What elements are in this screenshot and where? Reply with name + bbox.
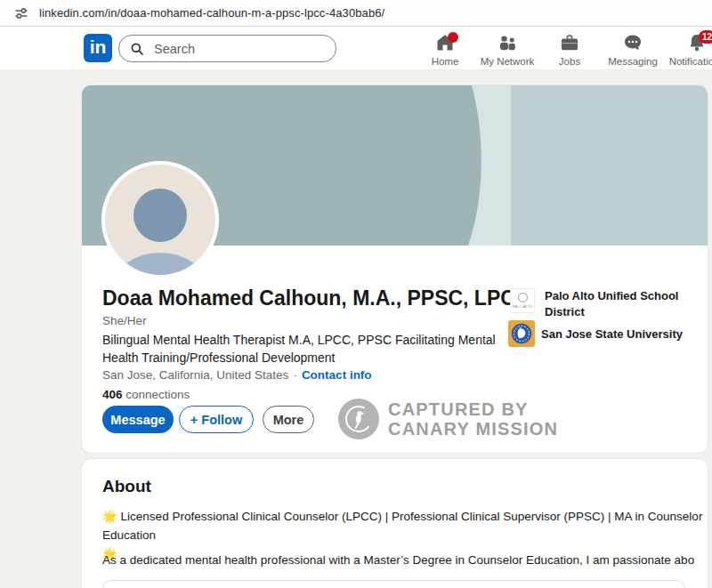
message-button[interactable]: Message [102,406,174,433]
featured-item-box [102,580,685,588]
see-more-link[interactable]: ...see more [703,553,704,567]
affiliation-san-jose-state[interactable]: San Jose State University [508,320,712,350]
browser-address-bar[interactable]: linkedin.com/in/doaa-mohamed-calhoun-m-a… [0,0,712,27]
connections-link[interactable]: 406 connections [102,388,190,401]
people-icon [497,32,518,53]
about-section-title: About [102,477,151,496]
about-body-text: As a dedicated mental health professiona… [102,553,694,567]
search-box[interactable] [118,35,336,62]
canary-mission-watermark: CAPTURED BY CANARY MISSION [338,399,558,439]
palo-alto-unified-logo: PALO ALTO [510,288,535,313]
watermark-line1: CAPTURED BY [388,399,558,419]
connections-label: connections [125,388,190,401]
canary-mission-bird-logo [338,399,379,439]
chat-bubble-icon [622,32,643,53]
affiliation-name: San Jose State University [541,326,697,342]
search-icon [130,42,144,56]
profile-photo-placeholder[interactable] [101,160,220,279]
linkedin-top-navbar: in Home My Network [0,27,712,70]
profile-headline: Bilingual Mental Health Therapist M.A, L… [102,331,530,366]
profile-pronouns: She/Her [102,314,147,327]
about-card: About 🌟 Licensed Professional Clinical C… [82,459,708,588]
about-body-row: As a dedicated mental health professiona… [102,553,704,567]
location-row: San Jose, California, United States·Cont… [102,368,372,382]
more-button[interactable]: More [263,406,314,433]
watermark-line2: CANARY MISSION [388,419,558,439]
site-settings-icon[interactable] [14,6,28,20]
separator-dot: · [293,368,297,382]
san-jose-state-logo [508,320,535,350]
nav-item-notifications[interactable]: 12 Notifications [659,30,712,69]
profile-name: Doaa Mohamed Calhoun, M.A., PPSC, LPCC [102,286,530,310]
affiliation-name: Palo Alto Unified School District [545,288,700,320]
profile-location: San Jose, California, United States [102,368,288,382]
contact-info-link[interactable]: Contact info [302,368,372,382]
connections-count: 406 [102,388,123,401]
about-highlight-text: 🌟 Licensed Professional Clinical Counsel… [102,510,702,542]
notifications-badge: 12 [699,30,712,44]
search-input[interactable] [152,41,316,57]
briefcase-icon [559,32,580,53]
page-url[interactable]: linkedin.com/in/doaa-mohamed-calhoun-m-a… [39,6,384,20]
linkedin-logo[interactable]: in [84,34,112,62]
nav-label: Notifications [659,56,712,67]
follow-button[interactable]: + Follow [179,406,254,433]
affiliation-palo-alto-unified[interactable]: PALO ALTO Palo Alto Unified School Distr… [508,286,712,320]
home-notification-dot [448,32,458,43]
profile-card: Doaa Mohamed Calhoun, M.A., PPSC, LPCC S… [82,85,708,453]
